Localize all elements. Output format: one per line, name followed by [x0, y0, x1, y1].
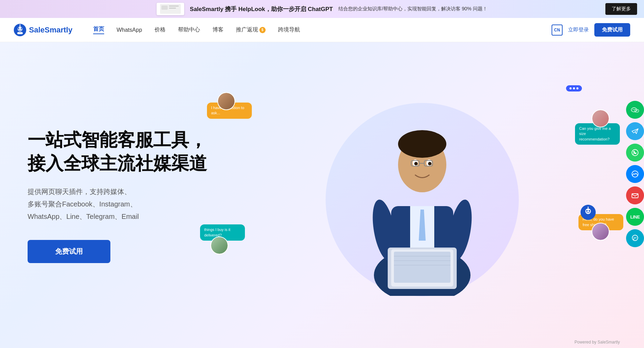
nav-link-help[interactable]: 帮助中心: [178, 26, 200, 33]
hero-content: 一站式智能客服工具， 接入全球主流社媒渠道 提供网页聊天插件，支持跨媒体、 多账…: [28, 128, 228, 263]
nav-link-referral[interactable]: 推广返现: [236, 26, 266, 33]
avatar-4: [592, 223, 610, 241]
svg-point-38: [631, 108, 637, 112]
wechat-button[interactable]: [626, 101, 644, 119]
svg-point-7: [21, 28, 22, 29]
hero-visual: I have a question to ask... things I buy…: [228, 75, 616, 317]
language-switcher[interactable]: CN: [552, 25, 563, 36]
svg-point-5: [18, 27, 22, 31]
svg-point-42: [636, 110, 636, 111]
bot-icon: [581, 205, 596, 220]
logo-link[interactable]: SaleSmartly: [14, 24, 72, 36]
nav-link-price[interactable]: 价格: [155, 26, 166, 33]
svg-point-43: [637, 110, 638, 111]
nav-link-navigation[interactable]: 跨境导航: [278, 26, 300, 33]
line-button[interactable]: LINE: [626, 208, 644, 226]
nav-link-blog[interactable]: 博客: [212, 26, 224, 33]
footer-note: Powered by SaleSmartly: [575, 340, 620, 345]
svg-point-14: [588, 210, 590, 211]
nav-link-whatsapp[interactable]: WhatsApp: [117, 27, 142, 33]
navbar: SaleSmartly 首页 WhatsApp 价格 帮助中心 博客 推广返现 …: [0, 18, 644, 42]
avatar-3: [210, 236, 228, 254]
svg-point-39: [633, 109, 634, 110]
svg-rect-1: [161, 6, 168, 10]
login-button[interactable]: 立即登录: [568, 27, 589, 33]
whatsapp-button[interactable]: [626, 144, 644, 162]
svg-point-22: [398, 130, 446, 158]
svg-point-50: [636, 238, 637, 239]
top-banner: SaleSmartly 携手 HelpLook，助你一步开启 ChatGPT 结…: [0, 0, 644, 18]
svg-point-10: [20, 24, 21, 25]
telegram-button[interactable]: [626, 122, 644, 140]
svg-point-25: [414, 162, 418, 165]
email-button[interactable]: [626, 186, 644, 204]
hero-subtitle: 提供网页聊天插件，支持跨媒体、 多账号聚合Facebook、Instagram、…: [28, 185, 228, 223]
banner-thumbnail: [157, 3, 184, 15]
nav-right: CN 立即登录 免费试用: [552, 23, 630, 37]
svg-point-26: [428, 162, 432, 165]
svg-rect-3: [169, 8, 176, 9]
chat-button[interactable]: [626, 229, 644, 247]
banner-cta-button[interactable]: 了解更多: [605, 3, 637, 15]
svg-point-16: [588, 207, 589, 208]
hero-section: 一站式智能客服工具， 接入全球主流社媒渠道 提供网页聊天插件，支持跨媒体、 多账…: [0, 42, 644, 348]
typing-indicator: [566, 85, 582, 91]
person-figure: [357, 96, 488, 296]
referral-badge: [259, 27, 266, 33]
nav-link-home[interactable]: 首页: [93, 26, 104, 34]
messenger-button[interactable]: [626, 165, 644, 183]
svg-point-13: [586, 210, 587, 211]
logo-icon: [14, 24, 26, 36]
svg-point-12: [585, 209, 591, 214]
nav-links: 首页 WhatsApp 价格 帮助中心 博客 推广返现 跨境导航: [93, 26, 552, 34]
try-button[interactable]: 免费试用: [594, 23, 630, 37]
svg-point-48: [634, 238, 635, 239]
banner-sub-text: 结合您的企业知识库/帮助中心，实现智能回复，解决访客 90% 问题！: [338, 6, 487, 12]
avatar-1: [217, 92, 235, 110]
svg-point-6: [18, 28, 19, 29]
social-sidebar: LINE: [626, 101, 644, 247]
hero-title: 一站式智能客服工具， 接入全球主流社媒渠道: [28, 128, 228, 175]
logo-text: SaleSmartly: [29, 26, 72, 35]
line-label: LINE: [630, 214, 640, 220]
svg-rect-2: [169, 6, 179, 7]
svg-rect-8: [17, 32, 23, 34]
banner-main-text: SaleSmartly 携手 HelpLook，助你一步开启 ChatGPT: [190, 5, 333, 13]
avatar-2: [592, 109, 610, 127]
svg-point-49: [635, 238, 636, 239]
hero-cta-button[interactable]: 免费试用: [28, 240, 110, 263]
